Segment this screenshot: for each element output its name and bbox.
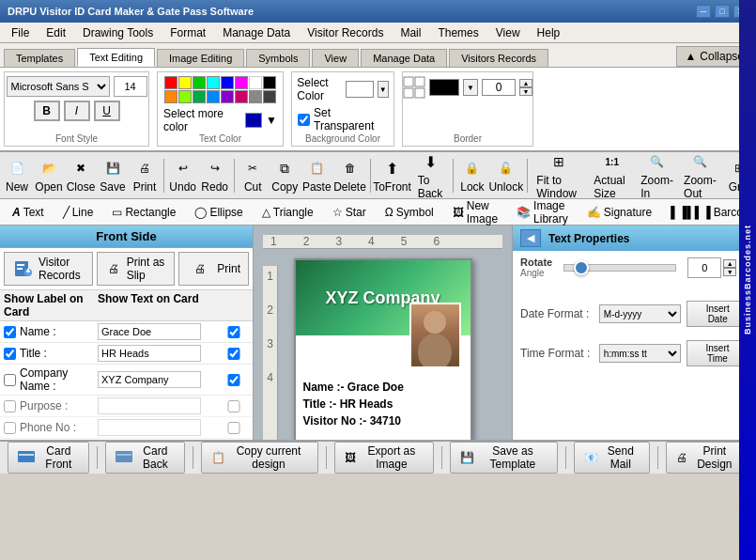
draw-new-image[interactable]: 🖼 New Image — [444, 196, 506, 228]
border-width-input[interactable] — [482, 79, 516, 96]
paste-button[interactable]: 📋 Paste — [303, 155, 330, 195]
color-blue[interactable] — [221, 76, 234, 89]
draw-line[interactable]: ╱ Line — [54, 203, 102, 222]
color-gray[interactable] — [249, 90, 262, 103]
color-red[interactable] — [164, 76, 177, 89]
menu-manage-data[interactable]: Manage Data — [215, 24, 298, 41]
color-cyan[interactable] — [207, 76, 220, 89]
maximize-btn[interactable]: □ — [715, 5, 730, 18]
copy-button[interactable]: ⧉ Copy — [271, 155, 298, 195]
company-show-checkbox[interactable] — [4, 374, 16, 386]
purpose-input[interactable] — [98, 397, 201, 414]
menu-themes[interactable]: Themes — [430, 24, 486, 41]
undo-button[interactable]: ↩ Undo — [170, 155, 196, 195]
zoom-in-button[interactable]: 🔍 Zoom-In — [640, 152, 674, 199]
lock-button[interactable]: 🔒 Lock — [459, 155, 486, 195]
print-button[interactable]: 🖨 Print — [131, 155, 158, 195]
export-image-btn[interactable]: 🖼 Export as Image — [334, 442, 434, 474]
draw-star[interactable]: ☆ Star — [324, 203, 375, 222]
save-template-btn[interactable]: 💾 Save as Template — [450, 442, 558, 474]
time-format-select[interactable]: h:mm:ss tt — [599, 344, 681, 363]
visitor-records-btn[interactable]: Visitor Records — [4, 252, 93, 286]
new-button[interactable]: 📄 New — [4, 155, 30, 195]
bold-button[interactable]: B — [34, 101, 60, 121]
font-family-select[interactable]: Microsoft Sans S — [7, 76, 110, 97]
unlock-button[interactable]: 🔓 Unlock — [491, 155, 521, 195]
phone-input[interactable] — [98, 419, 201, 436]
back-button[interactable]: ◀ — [520, 229, 541, 247]
title-show2-checkbox[interactable] — [220, 348, 248, 360]
save-button[interactable]: 💾 Save — [100, 155, 126, 195]
close-button[interactable]: ✖ Close — [68, 155, 94, 195]
menu-mail[interactable]: Mail — [393, 24, 428, 41]
fit-window-button[interactable]: ⊞ Fit to Window — [532, 152, 584, 199]
toback-button[interactable]: ⬇ To Back — [414, 152, 448, 199]
bg-color-dropdown[interactable]: ▼ — [378, 81, 389, 98]
menu-visitor-records[interactable]: Visitor Records — [300, 24, 391, 41]
color-purple[interactable] — [221, 90, 234, 103]
draw-image-library[interactable]: 📚 Image Library — [508, 196, 577, 228]
menu-drawing-tools[interactable]: Drawing Tools — [75, 24, 161, 41]
tofront-button[interactable]: ⬆ ToFront — [376, 155, 408, 195]
draw-ellipse[interactable]: ◯ Ellipse — [186, 203, 251, 222]
angle-up-btn[interactable]: ▲ — [723, 259, 736, 268]
title-show-checkbox[interactable] — [4, 348, 16, 360]
angle-down-btn[interactable]: ▼ — [723, 268, 736, 276]
phone-show2-checkbox[interactable] — [220, 422, 248, 434]
rotate-slider[interactable] — [563, 264, 676, 272]
color-emerald[interactable] — [193, 90, 206, 103]
menu-edit[interactable]: Edit — [39, 24, 73, 41]
font-size-input[interactable] — [114, 76, 147, 97]
transparent-checkbox[interactable] — [298, 114, 310, 126]
color-orange[interactable] — [164, 90, 177, 103]
tab-view[interactable]: View — [312, 49, 359, 67]
title-input[interactable] — [98, 345, 201, 362]
menu-help[interactable]: Help — [530, 24, 568, 41]
name-show2-checkbox[interactable] — [220, 326, 248, 338]
redo-button[interactable]: ↪ Redo — [202, 155, 228, 195]
card-front-btn[interactable]: Card Front — [8, 442, 89, 474]
angle-input[interactable] — [687, 257, 721, 278]
draw-symbol[interactable]: Ω Symbol — [377, 203, 442, 222]
color-white[interactable] — [249, 76, 262, 89]
tab-symbols[interactable]: Symbols — [246, 49, 310, 67]
send-mail-btn[interactable]: 📧 Send Mail — [574, 442, 650, 474]
open-button[interactable]: 📂 Open — [36, 155, 62, 195]
zoom-out-button[interactable]: 🔍 Zoom-Out — [680, 152, 720, 199]
tab-visitors-records[interactable]: Visitors Records — [449, 49, 548, 67]
print-as-slip-btn[interactable]: 🖨 Print as Slip — [97, 252, 175, 286]
draw-triangle[interactable]: △ Triangle — [254, 203, 322, 222]
color-magenta[interactable] — [235, 76, 248, 89]
menu-file[interactable]: File — [4, 24, 37, 41]
print-design-btn[interactable]: 🖨 Print Design — [666, 442, 748, 474]
delete-button[interactable]: 🗑 Delete — [335, 155, 363, 195]
name-show-checkbox[interactable] — [4, 326, 16, 338]
color-darkgray[interactable] — [263, 90, 276, 103]
border-width-down[interactable]: ▼ — [519, 87, 532, 96]
color-yellow[interactable] — [178, 76, 192, 89]
minimize-btn[interactable]: ─ — [696, 5, 711, 18]
draw-rectangle[interactable]: ▭ Rectangle — [103, 203, 184, 222]
tab-image-editing[interactable]: Image Editing — [157, 49, 244, 67]
tab-text-editing[interactable]: Text Editing — [77, 48, 155, 67]
name-input[interactable] — [98, 323, 201, 340]
italic-button[interactable]: I — [64, 101, 90, 121]
color-green[interactable] — [193, 76, 206, 89]
company-show2-checkbox[interactable] — [220, 374, 248, 386]
menu-view[interactable]: View — [488, 24, 528, 41]
phone-show-checkbox[interactable] — [4, 422, 16, 434]
color-pink[interactable] — [235, 90, 248, 103]
color-black[interactable] — [263, 76, 276, 89]
tab-templates[interactable]: Templates — [4, 49, 75, 67]
purpose-show2-checkbox[interactable] — [220, 400, 248, 412]
cut-button[interactable]: ✂ Cut — [239, 155, 266, 195]
tab-manage-data[interactable]: Manage Data — [361, 49, 447, 67]
print-btn[interactable]: 🖨 Print — [178, 252, 249, 286]
border-width-up[interactable]: ▲ — [519, 79, 532, 87]
color-lime[interactable] — [178, 90, 192, 103]
color-sky[interactable] — [207, 90, 220, 103]
more-color-button[interactable]: Select more color ▼ — [163, 107, 277, 133]
date-format-select[interactable]: M-d-yyyy — [599, 304, 682, 323]
actual-size-button[interactable]: 1:1 Actual Size — [590, 152, 634, 199]
menu-format[interactable]: Format — [162, 24, 213, 41]
